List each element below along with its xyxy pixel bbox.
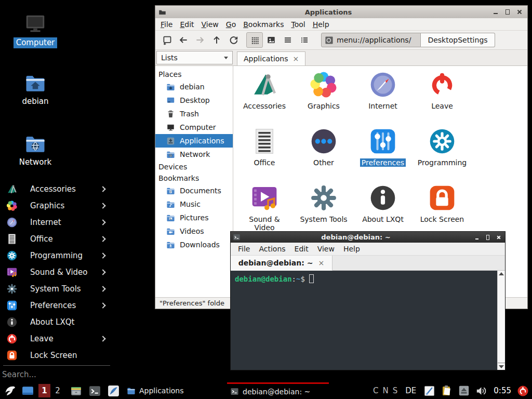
tray-clipboard[interactable] (441, 382, 453, 399)
tray-screenshot-tool[interactable] (423, 382, 435, 399)
fm-tab-applications[interactable]: Applications × (237, 51, 305, 65)
menu-tool[interactable]: Tool (291, 20, 305, 29)
main-menu-button[interactable] (3, 382, 17, 399)
tray-volume[interactable] (475, 382, 487, 399)
up-button[interactable] (208, 32, 225, 48)
app-item-programming[interactable]: Programming (413, 125, 472, 182)
quicklaunch-terminal[interactable] (88, 382, 101, 399)
app-item-office[interactable]: Office (235, 125, 294, 182)
menu-edit[interactable]: Edit (295, 245, 309, 253)
menu-search-input[interactable]: Search... (0, 366, 113, 379)
icon-view-button[interactable] (246, 32, 263, 48)
app-item-system-tools[interactable]: System Tools (294, 182, 353, 238)
reload-button[interactable] (225, 32, 242, 48)
sidebar-mode-combo[interactable]: Lists (156, 51, 233, 64)
workspace-2-button[interactable]: 2 (53, 386, 62, 395)
leave-icon (6, 333, 18, 344)
tab-close-icon[interactable]: × (293, 55, 299, 62)
app-item-preferences[interactable]: Preferences (353, 125, 413, 182)
fm-titlebar[interactable]: Applications (155, 6, 527, 18)
close-button[interactable] (496, 234, 502, 241)
sidebar-item-desktop[interactable]: Desktop (155, 94, 233, 107)
menu-item-leave[interactable]: Leave (0, 330, 113, 347)
minimize-button[interactable] (474, 234, 480, 241)
quicklaunch-file-manager[interactable] (70, 382, 83, 399)
sidebar-item-network[interactable]: Network (155, 148, 233, 161)
maximize-button[interactable] (504, 9, 511, 15)
desktop-icon-computer[interactable]: Computer (8, 11, 62, 48)
scroll-up-icon[interactable] (499, 272, 504, 275)
sidebar-item-pictures[interactable]: Pictures (155, 211, 233, 224)
menu-item-system-tools[interactable]: System Tools (0, 281, 113, 297)
scroll-down-icon[interactable] (499, 365, 504, 368)
menu-item-programming[interactable]: Programming (0, 247, 113, 264)
app-item-internet[interactable]: Internet (353, 69, 413, 125)
app-item-sound-video[interactable]: Sound & Video (235, 182, 294, 238)
task-terminal[interactable]: debian@debian: ~ (227, 382, 329, 399)
terminal-scrollbar[interactable] (497, 271, 505, 370)
sidebar-item-debian[interactable]: debian (155, 80, 233, 94)
menu-item-office[interactable]: Office (0, 231, 113, 247)
sidebar-item-music[interactable]: Music (155, 197, 233, 211)
leave-button[interactable] (517, 382, 529, 399)
detailed-view-button[interactable] (296, 32, 313, 48)
show-desktop-button[interactable] (21, 382, 34, 399)
terminal-tab[interactable]: debian@debian: ~ × (231, 256, 332, 271)
keyboard-lock-indicators[interactable]: C N S (373, 386, 397, 395)
maximize-button[interactable] (485, 234, 491, 241)
app-item-leave[interactable]: Leave (413, 69, 472, 125)
new-tab-button[interactable] (158, 32, 175, 48)
menu-item-internet[interactable]: Internet (0, 214, 113, 231)
desktop-icon-network[interactable]: Network (8, 133, 62, 168)
sound-video-icon (6, 267, 18, 278)
keyboard-layout-indicator[interactable]: DE (405, 386, 416, 395)
sidebar-item-documents[interactable]: Documents (155, 184, 233, 197)
terminal-titlebar[interactable]: debian@debian: ~ (231, 232, 505, 243)
breadcrumb-desktopsettings-button[interactable]: DesktopSettings (421, 33, 495, 47)
sidebar-item-trash[interactable]: Trash (155, 107, 233, 121)
menu-item-about-lxqt[interactable]: About LXQt (0, 314, 113, 330)
menu-help[interactable]: Help (343, 245, 360, 253)
sidebar-item-downloads[interactable]: Downloads (155, 238, 233, 251)
terminal-body[interactable]: debian@debian:~$ (231, 271, 505, 370)
menu-file[interactable]: File (238, 245, 250, 253)
app-item-about-lxqt[interactable]: About LXQt (353, 182, 413, 238)
menu-item-lock-screen[interactable]: Lock Screen (0, 347, 113, 364)
sidebar-item-applications[interactable]: Applications (155, 134, 233, 148)
task-applications[interactable]: Applications (124, 382, 190, 399)
compact-view-button[interactable] (280, 32, 296, 48)
app-item-accessories[interactable]: Accessories (235, 69, 294, 125)
thumbnail-view-button[interactable] (263, 32, 280, 48)
menu-actions[interactable]: Actions (259, 245, 285, 253)
sidebar-item-videos[interactable]: Videos (155, 224, 233, 238)
address-bar[interactable]: menu://applications/ (321, 33, 421, 47)
menu-view[interactable]: View (202, 20, 219, 29)
menu-go[interactable]: Go (226, 20, 236, 29)
tab-close-icon[interactable]: × (318, 259, 324, 267)
menu-item-sound-video[interactable]: Sound & Video (0, 264, 113, 281)
menu-edit[interactable]: Edit (180, 20, 194, 29)
menu-item-accessories[interactable]: Accessories (0, 181, 113, 197)
menu-item-graphics[interactable]: Graphics (0, 197, 113, 214)
sidebar-item-computer[interactable]: Computer (155, 121, 233, 134)
app-item-graphics[interactable]: Graphics (294, 69, 353, 125)
menu-file[interactable]: File (161, 20, 172, 29)
workspace-1-button[interactable]: 1 (38, 384, 50, 397)
terminal-text[interactable]: debian@debian:~$ (231, 271, 497, 370)
desktop-icon-debian[interactable]: debian (8, 72, 62, 107)
menu-view[interactable]: View (317, 245, 335, 253)
forward-button[interactable] (192, 32, 208, 48)
back-button[interactable] (175, 32, 192, 48)
app-item-other[interactable]: Other (294, 125, 353, 182)
tray-removable-media[interactable] (458, 382, 470, 399)
close-button[interactable] (516, 9, 523, 15)
menu-bookmarks[interactable]: Bookmarks (243, 20, 284, 29)
submenu-chevron-icon (100, 203, 105, 208)
minimize-button[interactable] (492, 9, 499, 15)
quicklaunch-featherpad[interactable] (107, 382, 120, 399)
clock[interactable]: 0:55 (494, 386, 511, 395)
menu-item-preferences[interactable]: Preferences (0, 297, 113, 314)
menu-help[interactable]: Help (313, 20, 329, 29)
app-item-lock-screen[interactable]: Lock Screen (413, 182, 472, 238)
terminal-menubar: File Actions Edit View Help (231, 243, 505, 256)
